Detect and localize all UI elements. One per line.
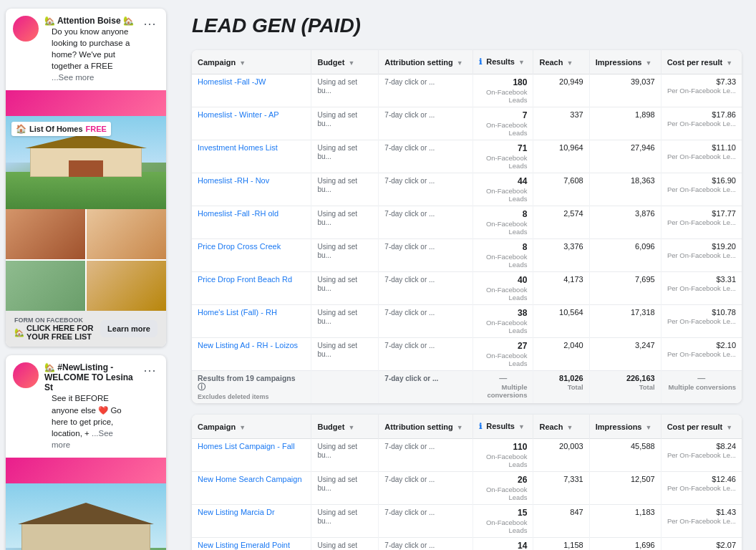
td-budget: Using ad set bu... bbox=[311, 239, 379, 272]
campaign-sort-icon: ▼ bbox=[239, 59, 246, 67]
campaign-link[interactable]: Homeslist -Fall -RH old bbox=[198, 209, 278, 218]
campaign-link[interactable]: New Listing Marcia Dr bbox=[198, 508, 275, 516]
td-budget: Using ad set bu... bbox=[311, 472, 379, 505]
post1-cta: FORM ON FACEBOOK 🏡 CLICK HERE FOR YOUR F… bbox=[6, 311, 166, 347]
post1-pink-banner bbox=[6, 90, 166, 116]
td-results: 38 On-Facebook Leads bbox=[473, 305, 533, 338]
campaign-link[interactable]: Homeslist -RH - Nov bbox=[198, 176, 269, 185]
td-campaign: Homes List Campaign - Fall bbox=[192, 439, 311, 472]
post1-avatar bbox=[13, 16, 39, 42]
td-attribution: 7-day click or ... bbox=[379, 439, 473, 472]
td-cost: $7.33 Per On-Facebook Le... bbox=[661, 74, 742, 107]
td-impressions: 27,946 bbox=[589, 140, 661, 173]
post1-menu-dots[interactable]: ⋯ bbox=[140, 16, 159, 32]
td-cost: $12.46 Per On-Facebook Le... bbox=[661, 472, 742, 505]
td-reach: 2,040 bbox=[533, 338, 589, 371]
impressions2-sort-icon: ▼ bbox=[646, 424, 652, 431]
td-total-label: Results from 19 campaigns ⓘ Excludes del… bbox=[192, 371, 311, 404]
fb-post-1: 🏡 Attention Boise 🏡 Do you know anyone l… bbox=[6, 9, 166, 347]
td-cost: $2.10 Per On-Facebook Le... bbox=[661, 338, 742, 371]
td-campaign: New Listing Marcia Dr bbox=[192, 505, 311, 538]
td-results: 15 On-Facebook Leads bbox=[473, 505, 533, 538]
campaign-link[interactable]: Homeslist -Fall -JW bbox=[198, 77, 266, 86]
td-cost: $17.77 Per On-Facebook Le... bbox=[661, 206, 742, 239]
post2-author-info: 🏡 #NewListing - WELCOME TO Lesina St See… bbox=[44, 362, 140, 454]
campaign-link[interactable]: New Listing Ad - RH - Loizos bbox=[198, 341, 298, 349]
td-total-impressions: 226,163 Total bbox=[589, 371, 661, 404]
table1-header-row: Campaign ▼ Budget ▼ Attribution setting … bbox=[192, 50, 742, 74]
td-budget: Using ad set bu... bbox=[311, 305, 379, 338]
campaign-link[interactable]: Price Drop Front Beach Rd bbox=[198, 275, 292, 284]
td-budget: Using ad set bu... bbox=[311, 107, 379, 140]
td-reach: 10,964 bbox=[533, 140, 589, 173]
impressions-sort-icon: ▼ bbox=[646, 59, 652, 67]
results-info-icon: ℹ bbox=[479, 57, 482, 66]
td-budget: Using ad set bu... bbox=[311, 74, 379, 107]
table-row: Homeslist -Fall -JW Using ad set bu... 7… bbox=[192, 74, 742, 107]
table-row: Price Drop Cross Creek Using ad set bu..… bbox=[192, 239, 742, 272]
th-reach-1[interactable]: Reach ▼ bbox=[533, 50, 589, 74]
post1-main-image: 🏠 List Of Homes FREE bbox=[6, 116, 166, 209]
td-impressions: 12,507 bbox=[589, 472, 661, 505]
th-attribution-2[interactable]: Attribution setting ▼ bbox=[379, 415, 473, 439]
th-results-1[interactable]: ℹ Results ▼ bbox=[473, 50, 533, 74]
th-attribution-1[interactable]: Attribution setting ▼ bbox=[379, 50, 473, 74]
campaign-link[interactable]: Homeslist - Winter - AP bbox=[198, 110, 279, 119]
post1-image-grid bbox=[6, 209, 166, 311]
td-impressions: 39,037 bbox=[589, 74, 661, 107]
th-budget-1[interactable]: Budget ▼ bbox=[311, 50, 379, 74]
post1-text: Do you know anyone looking to purchase a… bbox=[44, 26, 140, 87]
th-campaign-1[interactable]: Campaign ▼ bbox=[192, 50, 311, 74]
td-campaign: Homeslist -Fall -RH old bbox=[192, 206, 311, 239]
td-results: 8 On-Facebook Leads bbox=[473, 206, 533, 239]
th-campaign-2[interactable]: Campaign ▼ bbox=[192, 415, 311, 439]
th-reach-2[interactable]: Reach ▼ bbox=[533, 415, 589, 439]
td-budget: Using ad set bu... bbox=[311, 338, 379, 371]
th-results-2[interactable]: ℹ Results ▼ bbox=[473, 415, 533, 439]
th-cost-1[interactable]: Cost per result ▼ bbox=[661, 50, 742, 74]
campaign-link[interactable]: Home's List (Fall) - RH bbox=[198, 308, 277, 317]
right-panel: LEAD GEN (PAID) Campaign ▼ Budget ▼ Attr… bbox=[172, 0, 756, 550]
page-title: LEAD GEN (PAID) bbox=[192, 14, 742, 37]
campaign-link[interactable]: Investment Homes List bbox=[198, 143, 278, 152]
td-impressions: 1,696 bbox=[589, 538, 661, 551]
campaign-link[interactable]: New Listing Emerald Point bbox=[198, 541, 290, 549]
grid-img-1 bbox=[6, 209, 85, 259]
post2-avatar bbox=[13, 362, 39, 388]
ground-bg bbox=[6, 172, 166, 209]
results2-sort-icon: ▼ bbox=[518, 423, 525, 430]
td-reach: 10,564 bbox=[533, 305, 589, 338]
td-cost: $16.90 Per On-Facebook Le... bbox=[661, 173, 742, 206]
td-cost: $3.31 Per On-Facebook Le... bbox=[661, 272, 742, 305]
td-results: 180 On-Facebook Leads bbox=[473, 74, 533, 107]
post1-learn-more-btn[interactable]: Learn more bbox=[100, 320, 158, 337]
th-impressions-2[interactable]: Impressions ▼ bbox=[589, 415, 661, 439]
grid-img-3 bbox=[6, 261, 85, 311]
table-row: Home's List (Fall) - RH Using ad set bu.… bbox=[192, 305, 742, 338]
td-results: 8 On-Facebook Leads bbox=[473, 239, 533, 272]
campaign-link[interactable]: Price Drop Cross Creek bbox=[198, 242, 281, 251]
th-budget-2[interactable]: Budget ▼ bbox=[311, 415, 379, 439]
campaign2-sort-icon: ▼ bbox=[239, 424, 246, 431]
td-impressions: 1,898 bbox=[589, 107, 661, 140]
th-cost-2[interactable]: Cost per result ▼ bbox=[661, 415, 742, 439]
td-impressions: 18,363 bbox=[589, 173, 661, 206]
post2-menu-dots[interactable]: ⋯ bbox=[140, 362, 159, 378]
campaign-link[interactable]: Homes List Campaign - Fall bbox=[198, 442, 295, 450]
th-impressions-1[interactable]: Impressions ▼ bbox=[589, 50, 661, 74]
td-reach: 20,949 bbox=[533, 74, 589, 107]
td-cost: $17.86 Per On-Facebook Le... bbox=[661, 107, 742, 140]
td-total-reach: 81,026 Total bbox=[533, 371, 589, 404]
td-attribution: 7-day click or ... bbox=[379, 305, 473, 338]
campaign-link[interactable]: New Home Search Campaign bbox=[198, 475, 302, 483]
left-panel: 🏡 Attention Boise 🏡 Do you know anyone l… bbox=[0, 0, 172, 550]
td-campaign: Homeslist -Fall -JW bbox=[192, 74, 311, 107]
td-reach: 3,376 bbox=[533, 239, 589, 272]
td-attribution: 7-day click or ... bbox=[379, 74, 473, 107]
table-row: Investment Homes List Using ad set bu...… bbox=[192, 140, 742, 173]
td-results: 27 On-Facebook Leads bbox=[473, 338, 533, 371]
table-row: New Listing Ad - RH - Loizos Using ad se… bbox=[192, 338, 742, 371]
td-cost: $19.20 Per On-Facebook Le... bbox=[661, 239, 742, 272]
td-reach: 1,158 bbox=[533, 538, 589, 551]
td-attribution: 7-day click or ... bbox=[379, 538, 473, 551]
